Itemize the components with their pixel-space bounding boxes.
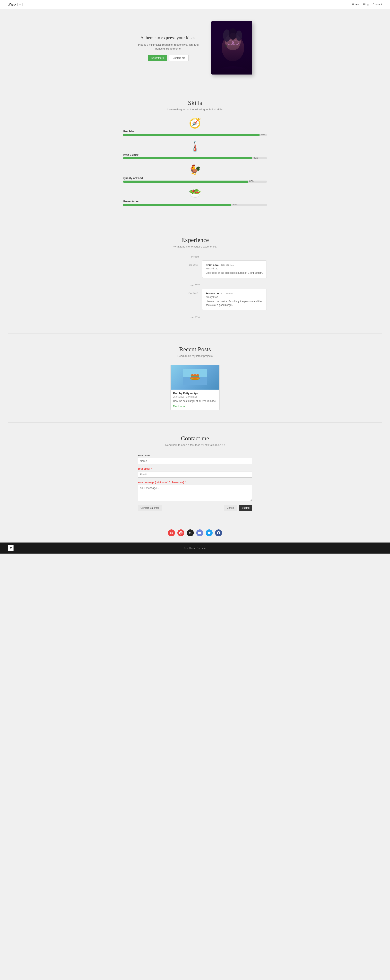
footer: P Pico Theme For Hugo	[0, 542, 390, 554]
brand: Pico FR	[8, 2, 22, 7]
skill-icon-3: 🥗	[123, 188, 267, 198]
skill-label-0: Precision	[123, 130, 267, 133]
nav-links: Home Blog Contact	[352, 3, 382, 6]
skill-bar-wrap-3: 75%	[123, 204, 267, 206]
recent-posts-section: Recent Posts Read about my latest projec…	[0, 334, 390, 422]
facebook-icon[interactable]	[215, 530, 222, 536]
svg-point-10	[215, 66, 252, 75]
hero-headline-suffix: your ideas.	[175, 35, 196, 40]
form-actions: Contact via email Cancel Submit	[138, 505, 252, 511]
hero-headline-bold: express	[161, 35, 175, 40]
form-right-actions: Cancel Submit	[224, 505, 252, 511]
contact-me-hero-button[interactable]: Contact me	[169, 55, 189, 61]
discord-icon[interactable]	[196, 530, 203, 536]
posts-grid: Krabby Patty recipe 25/06/2020 · 1 min r…	[134, 365, 256, 410]
contact-form: Your name Your email * Your message (min…	[138, 454, 252, 511]
post-title-0[interactable]: Krabby Patty recipe	[173, 391, 217, 395]
posts-subtitle: Read about my latest projects	[8, 354, 382, 358]
hero-headline: A theme to express your ideas.	[138, 35, 199, 40]
timeline-content-0: Chief cook · Bikini Bottom Krusty krab C…	[202, 260, 267, 278]
skill-label-2: Quality of Food	[123, 177, 267, 180]
cancel-button[interactable]: Cancel	[224, 505, 237, 511]
hero-buttons: Know more Contact me	[138, 55, 199, 61]
contact-title-wrap: Contact me	[8, 435, 382, 442]
post-body-0: Krabby Patty recipe 25/06/2020 · 1 min r…	[170, 390, 220, 410]
medium-icon[interactable]: M	[187, 530, 194, 536]
timeline-date-1: Dec 2016	[123, 289, 202, 310]
svg-point-9	[225, 45, 228, 47]
message-input[interactable]	[138, 485, 252, 501]
skill-label-3: Presentation	[123, 200, 267, 203]
twitter-icon[interactable]	[205, 530, 213, 536]
skill-bar-wrap-0: 95%	[123, 134, 267, 136]
svg-point-7	[229, 28, 237, 40]
skill-item-0: 🧭 Precision 95%	[123, 118, 267, 136]
timeline-desc-1: I learned the basics of cooking, the pas…	[205, 299, 263, 307]
timeline-role-1: Trainee cook · California	[205, 292, 263, 295]
know-more-button[interactable]: Know more	[148, 55, 167, 61]
hero-image	[212, 21, 252, 75]
social-icons: ✉ M	[8, 530, 382, 536]
contact-via-email-button[interactable]: Contact via email	[138, 505, 162, 511]
contact-title: Contact me	[8, 435, 382, 442]
skill-bar-1: 90%	[123, 157, 252, 159]
timeline: Present Chief cook · Bikini Bottom Krust…	[123, 256, 267, 318]
skill-item-3: 🥗 Presentation 75%	[123, 188, 267, 206]
experience-title-wrap: Experience	[8, 237, 382, 243]
email-icon[interactable]: ✉	[168, 530, 175, 536]
skill-bar-wrap-2: 87%	[123, 181, 267, 183]
skill-item-2: 🐓 Quality of Food 87%	[123, 165, 267, 183]
name-input[interactable]	[138, 458, 252, 464]
post-card-0: Krabby Patty recipe 25/06/2020 · 1 min r…	[170, 365, 220, 410]
post-desc-0: How the best burger of all time is made.	[173, 399, 217, 403]
nav-blog[interactable]: Blog	[363, 3, 368, 6]
social-bar: ✉ M	[0, 523, 390, 542]
skill-bar-0: 95%	[123, 134, 259, 136]
site-logo[interactable]: Pico	[8, 2, 16, 7]
message-field-group: Your message (minimum 10 characters) *	[138, 481, 252, 502]
email-label: Your email *	[138, 468, 252, 470]
svg-point-8	[236, 30, 242, 41]
timeline-company-0: Krusty krab	[205, 267, 263, 270]
skill-bar-wrap-1: 90%	[123, 157, 267, 159]
hero-text: A theme to express your ideas. Pico is a…	[138, 35, 199, 61]
footer-logo: P	[8, 546, 14, 551]
skill-label-1: Heat Control	[123, 153, 267, 156]
submit-button[interactable]: Submit	[239, 505, 252, 511]
portrait-svg	[212, 21, 252, 75]
nav-contact[interactable]: Contact	[372, 3, 382, 6]
contact-subtitle: Need help to open a fast-food ? Let's ta…	[8, 444, 382, 447]
footer-text: Pico Theme For Hugo	[184, 547, 206, 549]
skills-title-wrap: Skills	[8, 99, 382, 106]
pinterest-icon[interactable]	[177, 530, 185, 536]
post-read-more-0[interactable]: Read more...	[173, 405, 187, 408]
contact-section: Contact me Need help to open a fast-food…	[0, 423, 390, 523]
language-selector[interactable]: FR	[18, 3, 22, 6]
skill-icon-2: 🐓	[123, 165, 267, 175]
skill-bar-3: 75%	[123, 204, 231, 206]
email-field-group: Your email *	[138, 468, 252, 477]
skill-percent-3: 75%	[232, 203, 237, 206]
timeline-present-label: Present	[123, 256, 267, 258]
name-field-group: Your name	[138, 454, 252, 464]
experience-title: Experience	[8, 237, 382, 243]
email-input[interactable]	[138, 471, 252, 477]
timeline-desc-0: Chief cook of the biggest restaurant of …	[205, 271, 263, 275]
hero-subtext: Pico is a minimalist, readable, responsi…	[138, 43, 199, 51]
message-label: Your message (minimum 10 characters) *	[138, 481, 252, 484]
hero-section: A theme to express your ideas. Pico is a…	[0, 9, 390, 87]
skill-percent-2: 87%	[249, 180, 254, 182]
timeline-role-0: Chief cook · Bikini Bottom	[205, 264, 263, 267]
nav-home[interactable]: Home	[352, 3, 359, 6]
posts-title: Recent Posts	[8, 346, 382, 353]
post-image-0	[170, 365, 220, 390]
svg-point-22	[196, 374, 197, 375]
name-label: Your name	[138, 454, 252, 457]
experience-section: Experience What lead me to acquire exper…	[0, 224, 390, 333]
skills-section: Skills I am really good at the following…	[0, 87, 390, 224]
timeline-date-0: Jan 2017	[123, 260, 202, 278]
hero-portrait-placeholder	[212, 21, 252, 75]
skill-item-1: 🌡️ Heat Control 90%	[123, 142, 267, 159]
hero-headline-plain: A theme to	[140, 35, 161, 40]
timeline-item-1: Dec 2016 Trainee cook · California Krust…	[123, 289, 267, 310]
